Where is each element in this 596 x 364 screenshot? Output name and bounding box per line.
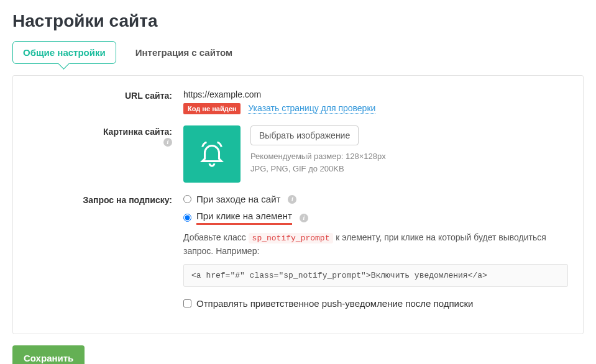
- radio-on-click[interactable]: При клике на элемент i: [183, 211, 568, 225]
- radio-on-visit-input[interactable]: [183, 195, 191, 203]
- welcome-push-checkbox[interactable]: Отправлять приветственное push-уведомлен…: [183, 298, 568, 309]
- save-button[interactable]: Сохранить: [12, 345, 85, 365]
- subscribe-row: Запрос на подписку: При заходе на сайт i…: [28, 194, 568, 309]
- specify-page-link[interactable]: Указать страницу для проверки: [248, 103, 375, 114]
- page-title: Настройки сайта: [12, 11, 584, 31]
- welcome-push-input[interactable]: [183, 299, 191, 307]
- site-image-preview[interactable]: [183, 125, 241, 183]
- image-label: Картинка сайта: i: [28, 125, 183, 183]
- settings-panel: URL сайта: https://example.com Код не на…: [12, 75, 584, 334]
- code-example: <a href="#" class="sp_notify_prompt">Вкл…: [183, 264, 568, 287]
- subscribe-label: Запрос на подписку:: [28, 194, 183, 309]
- url-row: URL сайта: https://example.com Код не на…: [28, 89, 568, 114]
- image-row: Картинка сайта: i Выбрать изображение Ре…: [28, 125, 568, 183]
- info-icon[interactable]: i: [300, 214, 308, 222]
- image-value-col: Выбрать изображение Рекомендуемый размер…: [183, 125, 568, 183]
- url-label: URL сайта:: [28, 89, 183, 114]
- radio-on-visit[interactable]: При заходе на сайт i: [183, 194, 568, 204]
- url-value: https://example.com: [183, 89, 568, 99]
- info-icon[interactable]: i: [288, 195, 296, 204]
- class-code: sp_notify_prompt: [249, 233, 334, 243]
- radio-on-click-input[interactable]: [183, 214, 191, 222]
- subscribe-desc: Добавьте класс sp_notify_prompt к элемен…: [183, 231, 568, 258]
- info-icon[interactable]: i: [163, 138, 172, 147]
- tab-general[interactable]: Общие настройки: [12, 41, 116, 64]
- tabs: Общие настройки Интеграция с сайтом: [12, 41, 584, 64]
- image-hint: Рекомендуемый размер: 128×128px JPG, PNG…: [250, 150, 386, 175]
- bell-icon: [198, 140, 226, 168]
- url-value-col: https://example.com Код не найден Указат…: [183, 89, 568, 114]
- tab-integration[interactable]: Интеграция с сайтом: [125, 41, 243, 64]
- code-not-found-badge: Код не найден: [183, 103, 241, 114]
- choose-image-button[interactable]: Выбрать изображение: [250, 125, 359, 145]
- subscribe-value-col: При заходе на сайт i При клике на элемен…: [183, 194, 568, 309]
